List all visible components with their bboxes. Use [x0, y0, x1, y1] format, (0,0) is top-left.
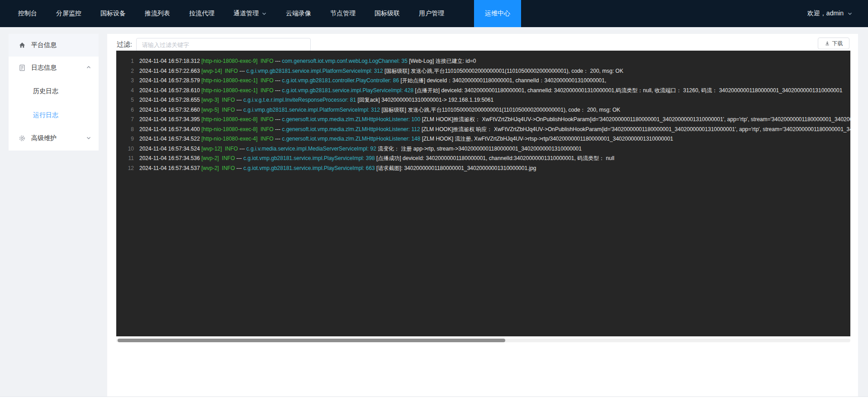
gear-icon — [19, 135, 26, 142]
nav-item-label: 推流列表 — [145, 9, 170, 18]
log-level: INFO — [257, 115, 275, 125]
log-separator: --- — [275, 86, 282, 96]
log-level: INFO — [257, 125, 275, 135]
chevron-down-icon — [847, 11, 853, 16]
log-logger: c.genersoft.iot.vmp.media.zlm.ZLMHttpHoo… — [282, 125, 422, 135]
sidebar-subitem[interactable]: 历史日志 — [9, 79, 99, 103]
log-level: INFO — [257, 86, 275, 96]
nav-items: 控制台分屏监控国标设备推流列表拉流代理通道管理云端录像节点管理国标级联用户管理运… — [0, 0, 521, 27]
log-timestamp: 2024-11-04 16:57:28.579 — [139, 76, 201, 86]
horizontal-scrollbar-track[interactable] — [116, 339, 850, 342]
chevron-down-icon — [261, 11, 267, 16]
log-message: [请求截图]: 34020000001180000001_34020000001… — [376, 164, 536, 174]
log-timestamp: 2024-11-04 16:57:32.660 — [139, 105, 201, 115]
log-line: 122024-11-04 16:57:34.537 [wvp-2] INFO -… — [116, 164, 850, 174]
log-timestamp: 2024-11-04 16:57:18.312 — [139, 57, 201, 66]
log-line-number: 9 — [116, 134, 139, 144]
sidebar-item[interactable]: 平台信息 — [9, 34, 99, 57]
user-menu[interactable]: 欢迎，admin — [807, 0, 853, 27]
log-level: INFO — [257, 57, 275, 66]
download-button[interactable]: 下载 — [818, 38, 849, 49]
nav-item-label: 通道管理 — [233, 9, 259, 18]
nav-item[interactable]: 控制台 — [18, 0, 37, 27]
horizontal-scrollbar-thumb[interactable] — [118, 339, 505, 342]
log-line-number: 2 — [116, 66, 139, 76]
sidebar-item-label: 高级维护 — [31, 134, 81, 142]
nav-item[interactable]: 节点管理 — [330, 0, 356, 27]
log-message: [ZLM HOOK]推流鉴权 响应： XwFtVZrtZbHJq4UV->OnP… — [422, 125, 850, 135]
log-line: 22024-11-04 16:57:22.663 [wvp-14] INFO -… — [116, 66, 850, 76]
log-line-number: 6 — [116, 105, 139, 115]
nav-item[interactable]: 云端录像 — [286, 0, 311, 27]
chevron-up-icon — [86, 64, 91, 71]
log-separator: --- — [237, 95, 243, 105]
nav-item-label: 拉流代理 — [189, 9, 214, 18]
log-separator: --- — [239, 144, 246, 154]
log-console[interactable]: 12024-11-04 16:57:18.312 [http-nio-18080… — [116, 51, 850, 336]
sidebar-item[interactable]: 高级维护 — [9, 127, 99, 150]
log-line-number: 1 — [116, 57, 139, 66]
log-line: 102024-11-04 16:57:34.524 [wvp-12] INFO … — [116, 144, 850, 154]
log-line-number: 12 — [116, 164, 139, 174]
log-message: [Web-Log] 连接已建立: id=0 — [409, 57, 476, 66]
nav-item[interactable]: 国标级联 — [375, 0, 400, 27]
log-thread: [http-nio-18080-exec-1] — [201, 86, 257, 96]
log-thread: [http-nio-18080-exec-8] — [201, 125, 257, 135]
nav-item[interactable]: 推流列表 — [145, 0, 170, 27]
log-separator: --- — [275, 115, 282, 125]
log-separator: --- — [275, 76, 282, 86]
log-thread: [http-nio-18080-exec-4] — [201, 134, 257, 144]
nav-item[interactable]: 通道管理 — [233, 0, 267, 27]
nav-item-label: 用户管理 — [419, 9, 444, 18]
welcome-label: 欢迎，admin — [807, 9, 844, 18]
log-line: 32024-11-04 16:57:28.579 [http-nio-18080… — [116, 76, 850, 86]
log-line: 62024-11-04 16:57:32.660 [wvp-5] INFO --… — [116, 105, 850, 115]
log-message: [国标级联] 发送心跳,平台11010500002000000001(11010… — [381, 105, 620, 115]
log-timestamp: 2024-11-04 16:57:34.522 — [139, 134, 201, 144]
nav-item-label: 分屏监控 — [56, 9, 81, 18]
log-logger: c.g.i.vmp.gb28181.service.impl.PlatformS… — [243, 105, 381, 115]
log-separator: --- — [275, 57, 282, 66]
download-icon — [825, 41, 830, 46]
log-thread: [wvp-14] — [201, 66, 222, 76]
nav-item-label: 云端录像 — [286, 9, 311, 18]
log-line-number: 8 — [116, 125, 139, 135]
log-timestamp: 2024-11-04 16:57:34.524 — [139, 144, 201, 154]
download-button-label: 下载 — [832, 40, 843, 47]
log-line-number: 11 — [116, 154, 139, 164]
log-thread: [http-nio-18080-exec-1] — [201, 76, 257, 86]
log-thread: [wvp-3] — [201, 95, 219, 105]
filter-label: 过滤: — [117, 40, 132, 49]
log-line: 42024-11-04 16:57:28.610 [http-nio-18080… — [116, 86, 850, 96]
log-timestamp: 2024-11-04 16:57:34.400 — [139, 125, 201, 135]
nav-item[interactable]: 分屏监控 — [56, 0, 81, 27]
log-level: INFO — [222, 144, 240, 154]
log-timestamp: 2024-11-04 16:57:34.395 — [139, 115, 201, 125]
sidebar-item[interactable]: 日志信息 — [9, 57, 99, 79]
sidebar-item-label: 平台信息 — [31, 41, 91, 49]
filter-input[interactable] — [136, 38, 311, 52]
log-line: 112024-11-04 16:57:34.536 [wvp-2] INFO -… — [116, 154, 850, 164]
log-timestamp: 2024-11-04 16:57:34.537 — [139, 164, 201, 174]
nav-item-label: 国标设备 — [100, 9, 126, 18]
log-message: [ZLM HOOK] 流注册, XwFtVZrtZbHJq4UV->rtsp->… — [422, 134, 673, 144]
nav-tab-active[interactable]: 运维中心 — [474, 0, 521, 27]
nav-item[interactable]: 国标设备 — [100, 0, 126, 27]
nav-item[interactable]: 用户管理 — [419, 0, 444, 27]
nav-item[interactable]: 拉流代理 — [189, 0, 214, 27]
nav-item-label: 运维中心 — [485, 9, 510, 18]
sidebar-item-label: 日志信息 — [31, 64, 81, 72]
log-thread: [wvp-12] — [201, 144, 222, 154]
log-message: [开始点播] deviceId：34020000001180000001, ch… — [400, 76, 606, 86]
home-icon — [19, 42, 26, 49]
log-line: 72024-11-04 16:57:34.395 [http-nio-18080… — [116, 115, 850, 125]
sidebar-subitem[interactable]: 运行日志 — [9, 103, 99, 127]
log-line-number: 7 — [116, 115, 139, 125]
log-message: [回复ack] 34020000001310000001-> 192.168.1… — [357, 95, 493, 105]
log-logger: c.g.i.v.media.service.impl.MediaServerSe… — [247, 144, 378, 154]
log-timestamp: 2024-11-04 16:57:22.663 — [139, 66, 201, 76]
log-line-number: 3 — [116, 76, 139, 86]
log-separator: --- — [239, 66, 246, 76]
log-separator: --- — [237, 154, 243, 164]
log-message: [ZLM HOOK]推流鉴权： XwFtVZrtZbHJq4UV->OnPubl… — [422, 115, 850, 125]
